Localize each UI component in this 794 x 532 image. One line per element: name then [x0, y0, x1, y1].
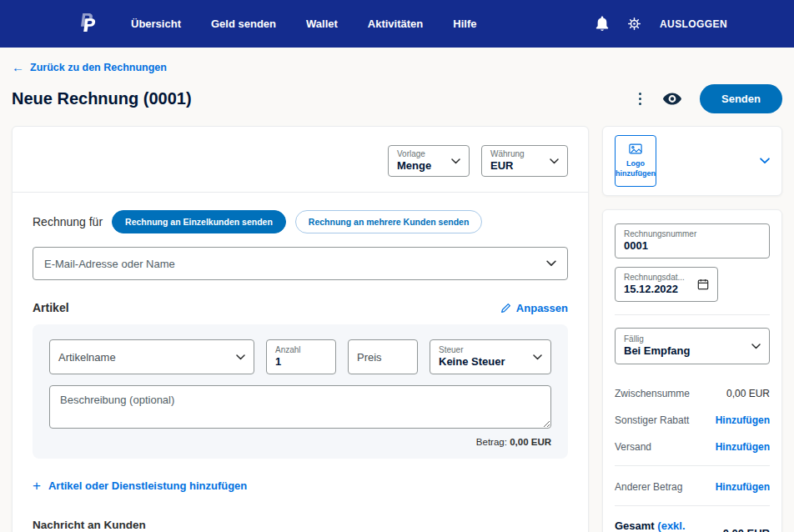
divider: [615, 314, 770, 315]
add-discount-link[interactable]: Hinzufügen: [716, 414, 770, 426]
discount-label: Sonstiger Rabatt: [615, 414, 689, 426]
divider: [615, 505, 770, 506]
nav-item-aktivitaeten[interactable]: Aktivitäten: [368, 18, 423, 30]
message-section-title: Nachricht an Kunden: [33, 519, 568, 531]
add-logo-button[interactable]: Logo hinzufügen: [615, 135, 656, 187]
invoice-form-card: Vorlage Menge Währung EUR: [12, 126, 589, 532]
nav-item-wallet[interactable]: Wallet: [306, 18, 338, 30]
other-amount-row: Anderer Betrag Hinzufügen: [615, 481, 770, 493]
invoice-date-label: Rechnungsdat...: [624, 272, 685, 283]
customize-link[interactable]: Anpassen: [500, 302, 568, 314]
back-arrow-icon: ←: [12, 60, 24, 74]
item-row-panel: Artikelname Anzahl 1 Prei: [33, 324, 568, 459]
totals-summary: Zwischensumme 0,00 EUR Sonstiger Rabatt …: [615, 388, 770, 532]
price-placeholder: Preis: [357, 351, 382, 364]
chevron-down-icon: [550, 158, 559, 164]
back-to-invoices-link[interactable]: ← Zurück zu den Rechnungen: [12, 60, 167, 74]
template-value: Menge: [397, 159, 431, 173]
business-logo-card: Logo hinzufügen: [602, 126, 782, 196]
items-section-title: Artikel: [33, 301, 69, 314]
send-button[interactable]: Senden: [700, 84, 782, 113]
tax-label: Steuer: [439, 344, 505, 355]
image-icon: [629, 143, 642, 157]
plus-icon: +: [33, 479, 41, 493]
gear-icon[interactable]: [627, 17, 641, 31]
chevron-down-icon[interactable]: [760, 158, 770, 164]
customer-email-field[interactable]: [33, 247, 568, 280]
page: Übersicht Geld senden Wallet Aktivitäten…: [0, 0, 794, 532]
subtotal-row: Zwischensumme 0,00 EUR: [615, 388, 770, 399]
add-item-link[interactable]: + Artikel oder Dienstleistung hinzufügen: [33, 479, 247, 493]
quantity-value: 1: [275, 355, 301, 369]
shipping-row: Versand Hinzufügen: [615, 441, 770, 453]
item-name-dropdown[interactable]: Artikelname: [49, 339, 254, 374]
item-name-placeholder: Artikelname: [58, 351, 116, 364]
chevron-down-icon: [236, 354, 245, 360]
calendar-icon: [697, 279, 709, 290]
invoice-date-field[interactable]: Rechnungsdat... 15.12.2022: [615, 267, 718, 302]
currency-label: Währung: [490, 148, 525, 159]
add-item-label: Artikel oder Dienstleistung hinzufügen: [48, 479, 247, 492]
chevron-down-icon[interactable]: [546, 260, 556, 267]
quantity-label: Anzahl: [275, 344, 301, 355]
divider: [13, 192, 588, 193]
total-value: 0,00 EUR: [723, 527, 770, 532]
item-amount-value: 0,00 EUR: [510, 437, 551, 447]
template-dropdown[interactable]: Vorlage Menge: [388, 145, 470, 177]
invoice-number-value: 0001: [624, 239, 696, 253]
currency-dropdown[interactable]: Währung EUR: [481, 145, 568, 177]
page-title: Neue Rechnung (0001): [12, 89, 192, 108]
chevron-down-icon: [451, 158, 460, 164]
item-amount-label: Betrag:: [476, 437, 507, 447]
price-field[interactable]: Preis: [348, 339, 418, 374]
due-label: Fällig: [624, 334, 690, 344]
currency-value: EUR: [490, 159, 525, 173]
shipping-label: Versand: [615, 441, 651, 453]
pencil-icon: [500, 303, 511, 314]
due-date-dropdown[interactable]: Fällig Bei Empfang: [615, 328, 770, 364]
nav-item-geld-senden[interactable]: Geld senden: [211, 18, 276, 30]
discount-row: Sonstiger Rabatt Hinzufügen: [615, 414, 770, 426]
chevron-down-icon: [533, 354, 542, 360]
tax-value: Keine Steuer: [439, 355, 505, 369]
subtotal-label: Zwischensumme: [615, 388, 690, 399]
bill-to-label: Rechnung für: [33, 215, 103, 228]
subtotal-value: 0,00 EUR: [726, 388, 770, 399]
nav-item-hilfe[interactable]: Hilfe: [453, 18, 476, 30]
more-options-icon[interactable]: [636, 91, 645, 107]
template-label: Vorlage: [397, 148, 431, 159]
add-logo-label: Logo hinzufügen: [616, 159, 656, 178]
logout-link[interactable]: AUSLOGGEN: [660, 18, 727, 30]
customer-email-input[interactable]: [44, 258, 546, 270]
chevron-down-icon: [751, 344, 761, 349]
invoice-number-label: Rechnungsnummer: [624, 228, 696, 239]
divider: [615, 465, 770, 466]
other-amount-label: Anderer Betrag: [615, 481, 682, 493]
top-navbar: Übersicht Geld senden Wallet Aktivitäten…: [0, 0, 794, 48]
multiple-customers-button[interactable]: Rechnung an mehrere Kunden senden: [295, 210, 483, 233]
add-shipping-link[interactable]: Hinzufügen: [716, 441, 770, 453]
invoice-details-card: Rechnungsnummer 0001 Rechnungsdat... 15.…: [602, 209, 782, 532]
add-other-amount-link[interactable]: Hinzufügen: [716, 481, 770, 493]
invoice-number-field[interactable]: Rechnungsnummer 0001: [615, 223, 770, 258]
single-customer-button[interactable]: Rechnung an Einzelkunden senden: [112, 210, 286, 233]
back-link-label: Zurück zu den Rechnungen: [30, 62, 167, 73]
customize-link-label: Anpassen: [516, 302, 568, 314]
total-row: Gesamt (exkl. Steuer) 0,00 EUR: [615, 519, 770, 532]
due-value: Bei Empfang: [624, 344, 690, 359]
item-amount: Betrag: 0,00 EUR: [49, 437, 551, 447]
invoice-date-value: 15.12.2022: [624, 283, 685, 297]
paypal-logo-icon[interactable]: [80, 13, 98, 34]
nav-item-uebersicht[interactable]: Übersicht: [131, 18, 181, 30]
tax-dropdown[interactable]: Steuer Keine Steuer: [430, 339, 551, 374]
total-label: Gesamt: [615, 519, 655, 532]
bell-icon[interactable]: [596, 16, 609, 32]
item-description-textarea[interactable]: [49, 385, 551, 429]
preview-eye-icon[interactable]: [663, 93, 681, 105]
quantity-field[interactable]: Anzahl 1: [266, 339, 336, 374]
